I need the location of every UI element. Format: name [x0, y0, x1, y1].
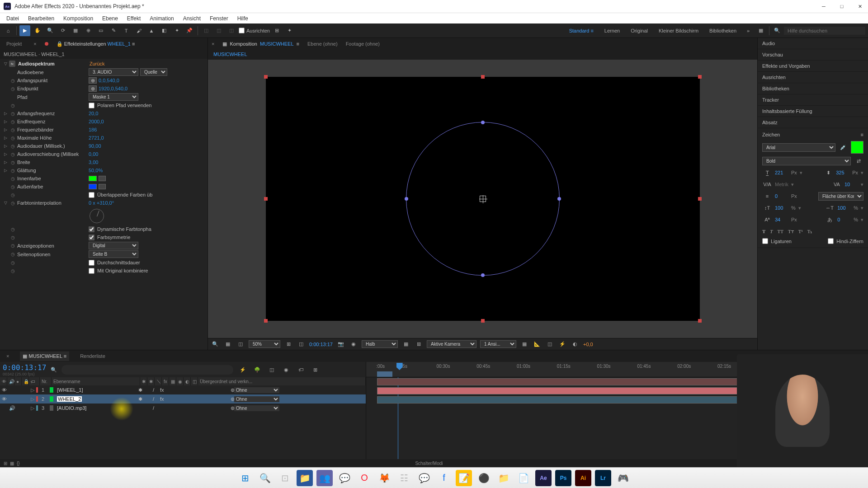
- stroke-value[interactable]: 0: [775, 193, 788, 199]
- keyframe-polar[interactable]: [9, 103, 16, 108]
- mask-node-right[interactable]: [557, 197, 561, 201]
- keyframe-endpunkt[interactable]: [9, 86, 16, 91]
- hue-dial[interactable]: [90, 209, 104, 223]
- layer-audio[interactable]: [7, 394, 14, 404]
- keyframe-endfreq[interactable]: [9, 119, 16, 124]
- parent-pick[interactable]: ⊚: [194, 394, 232, 404]
- roi-button[interactable]: ◫: [297, 340, 306, 348]
- tracking-value[interactable]: 10: [844, 182, 858, 187]
- parent-pick[interactable]: ⊚: [194, 385, 232, 394]
- subscript-button[interactable]: T₁: [807, 229, 812, 235]
- keyframe-combine[interactable]: [9, 268, 16, 273]
- keyframe-display[interactable]: [9, 243, 16, 248]
- bold-button[interactable]: T: [762, 229, 765, 235]
- tl-btn-5[interactable]: 🏷: [296, 365, 306, 375]
- col-parent[interactable]: Übergeordnet und verkn...: [198, 377, 366, 385]
- comp-breadcrumb[interactable]: MUSICWHEEL: [208, 50, 757, 60]
- footage-tab[interactable]: Footage (ohne): [346, 41, 380, 47]
- workspace-more[interactable]: »: [743, 25, 754, 36]
- sel-handle-tr[interactable]: [698, 75, 702, 79]
- layer-name[interactable]: [WHEEL_1]: [57, 387, 83, 393]
- col-sw2[interactable]: ✱: [147, 377, 155, 385]
- layer-row-3[interactable]: 🔊 ▷ 3 [AUDIO.mp3] / ⊚ Ohne: [0, 404, 366, 413]
- tl-foot-1[interactable]: ⊞: [4, 461, 7, 466]
- polar-check[interactable]: [89, 103, 94, 108]
- avgdur-check[interactable]: [89, 260, 94, 266]
- zoom-select[interactable]: 50%: [249, 340, 280, 348]
- sw-shy[interactable]: ✱: [137, 394, 144, 404]
- sw-fx[interactable]: fx: [158, 394, 165, 404]
- hindi-check[interactable]: [828, 238, 834, 244]
- val-bands[interactable]: 186: [89, 127, 97, 132]
- audioebene-select[interactable]: 3. AUDIO: [89, 68, 138, 76]
- channel-button[interactable]: ◉: [349, 340, 358, 348]
- puppet-tool[interactable]: 📌: [184, 25, 195, 36]
- mask-circle[interactable]: [406, 122, 560, 276]
- panel-effekte[interactable]: Effekte und Vorgaben: [758, 61, 868, 72]
- tb-search[interactable]: 🔍: [257, 470, 273, 486]
- align-toggle[interactable]: Ausrichten: [239, 28, 270, 33]
- close-button[interactable]: ✕: [855, 2, 864, 11]
- text-tool[interactable]: T: [121, 25, 132, 36]
- transparency-button[interactable]: ◫: [236, 340, 245, 348]
- baseshift-value[interactable]: 0: [837, 217, 851, 222]
- canvas[interactable]: [266, 77, 700, 321]
- val-audioshift[interactable]: 0,00: [89, 151, 98, 157]
- menu-bearbeiten[interactable]: Bearbeiten: [24, 14, 59, 23]
- swap-icon[interactable]: ⇄: [854, 156, 863, 165]
- twist-bands[interactable]: ▷: [2, 127, 9, 132]
- font-select[interactable]: Arial: [762, 143, 835, 152]
- panel-inhalt[interactable]: Inhaltsbasierte Füllung: [758, 106, 868, 117]
- col-sw4[interactable]: fx: [162, 377, 169, 385]
- pfad-select[interactable]: Maske 1: [89, 93, 138, 101]
- side-select[interactable]: Seite B: [89, 250, 138, 258]
- workspace-panel[interactable]: ▦: [755, 25, 766, 36]
- layer-name-edit[interactable]: WHEEL_2: [57, 396, 82, 402]
- keyframe-sym[interactable]: [9, 235, 16, 240]
- 3d-button[interactable]: ◫: [545, 340, 554, 348]
- superscript-button[interactable]: T¹: [798, 229, 803, 235]
- sw-quality[interactable]: /: [151, 385, 158, 394]
- sym-check[interactable]: [89, 235, 94, 240]
- tl-comp-tab[interactable]: ▦ MUSICWHEEL ≡: [20, 352, 69, 361]
- char-menu[interactable]: ≡: [861, 132, 863, 137]
- allcaps-button[interactable]: TT: [777, 229, 783, 235]
- tb-tasks[interactable]: ⊡: [277, 470, 293, 486]
- panel-tracker[interactable]: Tracker: [758, 94, 868, 106]
- parent-select[interactable]: Ohne: [234, 387, 279, 393]
- val-audiodur[interactable]: 90,00: [89, 143, 101, 149]
- eraser-tool[interactable]: ◧: [159, 25, 170, 36]
- val-endfreq[interactable]: 2000,0: [89, 119, 104, 124]
- tb-ps[interactable]: Ps: [555, 470, 571, 486]
- aussen-swatch[interactable]: [89, 184, 97, 189]
- mask-node-top[interactable]: [481, 121, 485, 124]
- val-endpunkt[interactable]: 1920,0,540,0: [99, 86, 127, 91]
- tl-tab-icon[interactable]: ×: [4, 352, 12, 361]
- tb-opera[interactable]: O: [356, 470, 373, 486]
- leading-value[interactable]: 325: [836, 170, 849, 175]
- smallcaps-button[interactable]: Tᴛ: [788, 229, 794, 235]
- col-sw1[interactable]: ✱: [140, 377, 147, 385]
- workarea[interactable]: [377, 371, 392, 377]
- tl-btn-6[interactable]: ⊞: [310, 365, 320, 375]
- keyframe-side[interactable]: [9, 252, 16, 257]
- keyframe-hue[interactable]: [9, 201, 16, 206]
- sel-handle-mr[interactable]: [698, 197, 702, 201]
- tb-obs[interactable]: ⚫: [476, 470, 492, 486]
- twist-anfangsfreq[interactable]: ▷: [2, 111, 9, 116]
- vscale-value[interactable]: 100: [775, 205, 788, 211]
- menu-komposition[interactable]: Komposition: [59, 14, 98, 23]
- eyedropper-icon[interactable]: 💉: [838, 143, 848, 152]
- hand-tool[interactable]: ✋: [32, 25, 43, 36]
- col-sw3[interactable]: ＼: [155, 377, 162, 385]
- project-tab[interactable]: Projekt: [3, 39, 25, 48]
- maximize-button[interactable]: □: [837, 2, 846, 11]
- tb-notepad[interactable]: 📄: [515, 470, 532, 486]
- tl-search[interactable]: [61, 365, 233, 375]
- innen-swatch[interactable]: [89, 176, 97, 181]
- panel-vorschau[interactable]: Vorschau: [758, 49, 868, 61]
- playhead[interactable]: [396, 363, 403, 370]
- rotate-tool[interactable]: ⟳: [57, 25, 68, 36]
- alpha-button[interactable]: ▦: [223, 340, 232, 348]
- selection-tool[interactable]: ▶: [19, 25, 30, 36]
